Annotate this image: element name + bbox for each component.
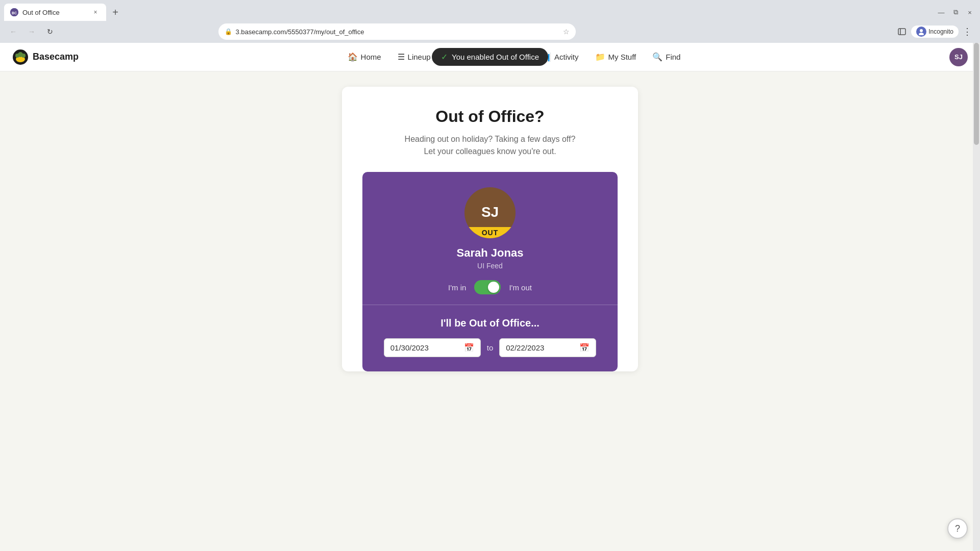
avatar-initials: SJ — [481, 205, 499, 219]
date-to-label: to — [487, 343, 494, 352]
url-text: 3.basecamp.com/5550377/my/out_of_office — [235, 28, 560, 36]
toggle-knob — [488, 282, 499, 293]
window-close-button[interactable]: × — [964, 6, 976, 18]
toggle-out-label: I'm out — [509, 283, 532, 292]
nav-find-label: Find — [666, 53, 680, 61]
toast-notification: ✓ You enabled Out of Office — [432, 48, 548, 66]
nav-lineup[interactable]: ☰ Lineup — [390, 49, 438, 65]
incognito-label: Incognito — [928, 28, 953, 35]
subtitle-line2: Let your colleagues know you're out. — [424, 147, 556, 156]
svg-text:BC: BC — [12, 11, 17, 15]
forward-button[interactable]: → — [24, 24, 39, 39]
date-to-value: 02/22/2023 — [506, 343, 575, 352]
nav-my-stuff[interactable]: 📁 My Stuff — [588, 49, 644, 65]
nav-lineup-label: Lineup — [408, 53, 431, 61]
date-from-input[interactable]: 01/30/2023 📅 — [384, 338, 481, 357]
page-subtitle: Heading out on holiday? Taking a few day… — [362, 133, 618, 158]
bc-logo-text: Basecamp — [33, 52, 79, 62]
out-of-office-toggle[interactable] — [474, 280, 501, 294]
find-icon: 🔍 — [652, 52, 663, 62]
date-section: I'll be Out of Office... 01/30/2023 📅 to… — [373, 305, 607, 371]
browser-right-controls: Incognito ⋮ — [895, 24, 974, 39]
svg-point-5 — [919, 33, 924, 35]
nav-activity-label: Activity — [554, 53, 579, 61]
subtitle-line1: Heading out on holiday? Taking a few day… — [405, 135, 576, 143]
user-avatar[interactable]: SJ — [949, 48, 968, 66]
toast-message: You enabled Out of Office — [452, 53, 539, 61]
toast-check-icon: ✓ — [441, 52, 448, 62]
toggle-row: I'm in I'm out — [448, 280, 532, 294]
user-name: Sarah Jonas — [457, 246, 524, 260]
nav-home[interactable]: 🏠 Home — [340, 49, 388, 65]
page-main: Out of Office? Heading out on holiday? T… — [0, 71, 980, 551]
avatar-out-badge: OUT — [464, 227, 516, 238]
date-inputs-row: 01/30/2023 📅 to 02/22/2023 📅 — [384, 338, 597, 357]
bc-navbar: Basecamp 🏠 Home ☰ Lineup 💬 Pings 📣 Hey! … — [0, 43, 980, 71]
bc-logo[interactable]: Basecamp — [12, 49, 79, 65]
nav-my-stuff-label: My Stuff — [608, 53, 636, 61]
tab-close-button[interactable]: × — [91, 8, 100, 17]
tab-title: Out of Office — [22, 9, 60, 16]
bookmark-icon[interactable]: ☆ — [563, 28, 570, 36]
my-stuff-icon: 📁 — [595, 52, 605, 62]
page-card: Out of Office? Heading out on holiday? T… — [342, 87, 638, 371]
svg-point-10 — [18, 52, 23, 57]
browser-menu-button[interactable]: ⋮ — [961, 24, 974, 39]
page-scrollbar[interactable] — [973, 43, 980, 551]
reload-button[interactable]: ↻ — [43, 24, 57, 39]
window-maximize-button[interactable]: ⧉ — [949, 6, 962, 18]
browser-chrome: BC Out of Office × + — ⧉ × ← → ↻ 🔒 3.bas… — [0, 0, 980, 43]
toggle-in-label: I'm in — [448, 283, 466, 292]
new-tab-button[interactable]: + — [108, 5, 122, 19]
back-button[interactable]: ← — [6, 24, 20, 39]
tab-favicon: BC — [10, 8, 18, 16]
date-from-value: 01/30/2023 — [390, 343, 460, 352]
sidebar-toggle-button[interactable] — [895, 24, 909, 39]
incognito-button[interactable]: Incognito — [911, 26, 959, 38]
user-team: UI Feed — [477, 262, 503, 270]
address-bar: ← → ↻ 🔒 3.basecamp.com/5550377/my/out_of… — [0, 20, 980, 43]
home-icon: 🏠 — [348, 52, 358, 62]
svg-point-4 — [920, 29, 923, 32]
date-from-calendar-icon[interactable]: 📅 — [464, 343, 474, 353]
active-tab[interactable]: BC Out of Office × — [4, 4, 106, 21]
user-avatar-large: SJ OUT — [464, 187, 516, 238]
secure-lock-icon: 🔒 — [225, 28, 232, 35]
nav-find[interactable]: 🔍 Find — [645, 49, 688, 65]
nav-home-label: Home — [361, 53, 381, 61]
help-button[interactable]: ? — [947, 518, 968, 539]
date-section-title: I'll be Out of Office... — [440, 317, 540, 329]
page-title: Out of Office? — [362, 107, 618, 126]
lineup-icon: ☰ — [398, 52, 405, 62]
date-to-calendar-icon[interactable]: 📅 — [579, 343, 590, 353]
scroll-thumb[interactable] — [974, 43, 979, 145]
url-bar[interactable]: 🔒 3.basecamp.com/5550377/my/out_of_offic… — [218, 23, 576, 40]
tab-bar: BC Out of Office × + — ⧉ × — [0, 0, 980, 20]
window-minimize-button[interactable]: — — [935, 6, 947, 18]
date-to-input[interactable]: 02/22/2023 📅 — [499, 338, 596, 357]
purple-user-card: SJ OUT Sarah Jonas UI Feed I'm in I'm ou… — [362, 172, 618, 371]
app-content: Basecamp 🏠 Home ☰ Lineup 💬 Pings 📣 Hey! … — [0, 43, 980, 551]
incognito-avatar-icon — [916, 27, 926, 37]
svg-rect-2 — [898, 29, 905, 35]
